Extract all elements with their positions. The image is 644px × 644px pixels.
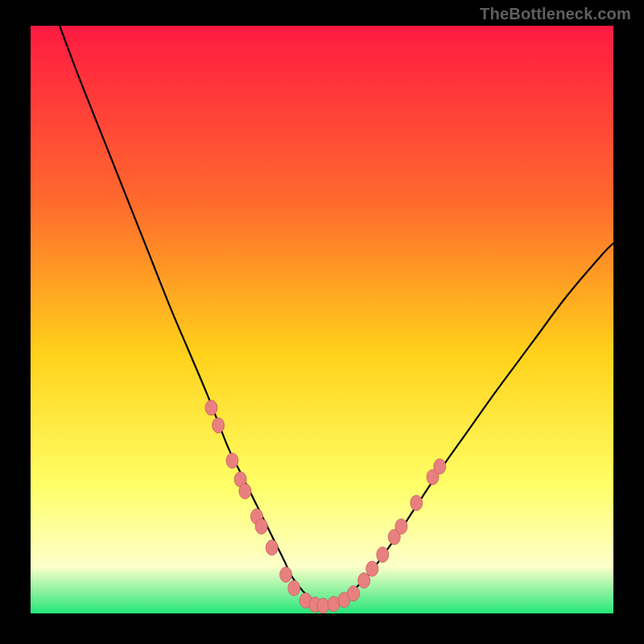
chart-svg xyxy=(31,26,613,613)
data-dot xyxy=(317,598,329,613)
data-dot xyxy=(358,573,370,588)
data-dot xyxy=(411,495,423,510)
data-dot xyxy=(280,567,292,582)
data-dot xyxy=(377,547,389,563)
data-dot xyxy=(213,418,225,433)
data-dot xyxy=(205,400,217,415)
data-dot xyxy=(226,453,238,469)
chart-frame: TheBottleneck.com xyxy=(0,0,644,644)
watermark-label: TheBottleneck.com xyxy=(480,5,631,23)
data-dot xyxy=(288,580,300,596)
gradient-background xyxy=(31,26,613,613)
data-dot xyxy=(266,540,278,555)
data-dot xyxy=(434,459,446,474)
plot-area xyxy=(31,26,613,613)
data-dot xyxy=(395,518,407,534)
data-dot xyxy=(348,586,360,601)
data-dot xyxy=(239,484,251,499)
data-dot xyxy=(255,518,267,534)
data-dot xyxy=(366,561,378,576)
